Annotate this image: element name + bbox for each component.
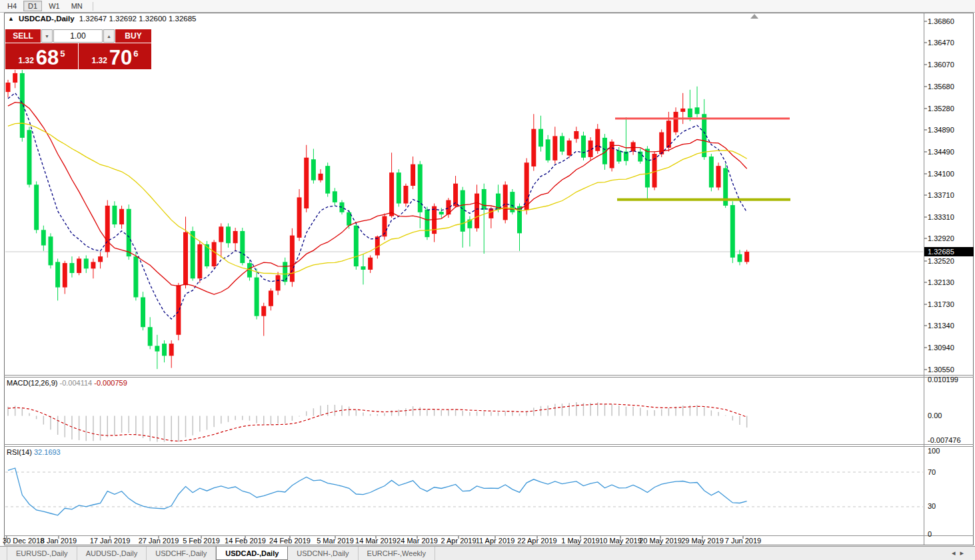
- sell-price-big: 68: [36, 49, 59, 67]
- date-tick-label: 30 Dec 2018: [3, 537, 44, 545]
- current-price-tag: 1.32685: [924, 247, 974, 256]
- date-tick-label: 10 May 2019: [599, 537, 642, 545]
- macd-signal-value: -0.000759: [94, 379, 127, 387]
- date-tick-label: 8 Jan 2019: [41, 537, 77, 545]
- axis-tick-label: 70: [928, 468, 936, 476]
- timeframe-button-h4[interactable]: H4: [3, 1, 21, 11]
- axis-tick-label: 1.36860: [928, 17, 954, 25]
- rsi-name: RSI(14): [7, 448, 32, 456]
- tab-scroll-right-icon[interactable]: ▸: [960, 549, 968, 557]
- axis-tick-label: 1.32920: [928, 234, 954, 242]
- macd-rsi-splitter[interactable]: [4, 444, 974, 445]
- axis-tick-label: -0.007476: [928, 436, 961, 444]
- timeframe-button-mn[interactable]: MN: [67, 1, 87, 11]
- chart-ohlc-readout: 1.32647 1.32692 1.32600 1.32685: [79, 15, 197, 23]
- axis-tick-label: 1.34100: [928, 170, 954, 178]
- date-tick-label: 24 Mar 2019: [397, 537, 438, 545]
- axis-tick-label: 1.34890: [928, 126, 954, 134]
- sell-price-button[interactable]: 1.32 68 5: [5, 43, 78, 69]
- buy-price-big: 70: [109, 49, 132, 67]
- axis-tick-label: 1.32130: [928, 278, 954, 286]
- chart-tab-usdcad[interactable]: USDCAD-,Daily: [216, 547, 288, 560]
- chart-symbol-period: USDCAD-,Daily: [19, 15, 75, 23]
- axis-tick-label: 1.30550: [928, 366, 954, 374]
- date-tick-label: 7 Jun 2019: [725, 537, 761, 545]
- axis-tick-label: 1.33710: [928, 191, 954, 199]
- axis-tick-label: 0.00: [928, 412, 942, 420]
- timeframe-button-d1[interactable]: D1: [23, 1, 42, 11]
- sell-price-pip: 5: [60, 49, 65, 59]
- axis-tick-label: 1.30940: [928, 344, 954, 352]
- sell-price-prefix: 1.32: [18, 56, 33, 65]
- chart-tab-eurchf[interactable]: EURCHF-,Weekly: [359, 547, 435, 560]
- timeframe-button-w1[interactable]: W1: [44, 1, 65, 11]
- chart-canvas[interactable]: [0, 0, 975, 560]
- rsi-value: 32.1693: [34, 448, 61, 456]
- axis-tick-label: 1.34490: [928, 148, 954, 156]
- axis-tick-label: 0.010199: [928, 376, 958, 384]
- axis-tick-label: 1.36470: [928, 39, 954, 47]
- chart-tab-usdchf[interactable]: USDCHF-,Daily: [147, 547, 216, 560]
- date-tick-label: 29 May 2019: [681, 537, 724, 545]
- toolbar-separator: [93, 2, 93, 11]
- tab-scroll-arrows: ◂▸: [952, 549, 968, 557]
- tab-scroll-left-icon[interactable]: ◂: [952, 549, 960, 557]
- buy-price-button[interactable]: 1.32 70 6: [79, 43, 151, 69]
- chart-title: ▲ USDCAD-,Daily 1.32647 1.32692 1.32600 …: [8, 15, 197, 23]
- main-macd-splitter-line: [4, 377, 974, 378]
- volume-increase-button[interactable]: ▲: [103, 29, 115, 43]
- buy-button[interactable]: BUY: [115, 29, 151, 43]
- date-tick-label: 2 Apr 2019: [441, 537, 476, 545]
- date-tick-label: 5 Mar 2019: [317, 537, 354, 545]
- chart-tab-eurusd[interactable]: EURUSD-,Daily: [7, 547, 77, 560]
- axis-tick-label: 30: [928, 502, 936, 510]
- timeframe-toolbar: H4D1W1MN: [0, 0, 975, 13]
- axis-tick-label: 1.36070: [928, 61, 954, 69]
- date-tick-label: 1 May 2019: [561, 537, 599, 545]
- main-macd-splitter[interactable]: [4, 375, 974, 376]
- axis-tick-label: 1.35680: [928, 83, 954, 91]
- axis-tick-label: 1.35280: [928, 105, 954, 113]
- date-tick-label: 5 Feb 2019: [183, 537, 220, 545]
- buy-price-prefix: 1.32: [91, 56, 107, 65]
- chart-tab-usdcnh[interactable]: USDCNH-,Daily: [288, 547, 358, 560]
- sell-button[interactable]: SELL: [5, 29, 41, 43]
- date-tick-label: 14 Mar 2019: [355, 537, 397, 545]
- date-tick-label: 24 Feb 2019: [269, 537, 311, 545]
- volume-decrease-button[interactable]: ▼: [41, 29, 53, 43]
- date-tick-label: 20 May 2019: [639, 537, 682, 545]
- date-tick-label: 14 Feb 2019: [225, 537, 266, 545]
- axis-tick-label: 1.32520: [928, 257, 954, 265]
- macd-main-value: -0.004114: [59, 379, 92, 387]
- volume-stepper: ▼ 1.00 ▲: [41, 29, 115, 43]
- axis-tick-label: 0: [928, 530, 932, 538]
- buy-price-pip: 6: [133, 49, 138, 59]
- rsi-indicator-label: RSI(14) 32.1693: [7, 448, 61, 456]
- date-tick-label: 22 Apr 2019: [517, 537, 556, 545]
- price-axis-divider: [924, 13, 924, 545]
- chart-tab-audusd[interactable]: AUDUSD-,Daily: [77, 547, 147, 560]
- macd-rsi-splitter-line: [4, 446, 974, 447]
- date-tick-label: 17 Jan 2019: [90, 537, 131, 545]
- axis-tick-label: 1.31340: [928, 322, 954, 330]
- macd-indicator-label: MACD(12,26,9) -0.004114 -0.000759: [7, 379, 127, 387]
- date-tick-label: 27 Jan 2019: [139, 537, 179, 545]
- chart-shift-marker-icon[interactable]: [750, 14, 758, 19]
- volume-input[interactable]: 1.00: [53, 29, 103, 43]
- one-click-trade-panel: SELL ▼ 1.00 ▲ BUY 1.32 68 5 1.32 70 6: [5, 29, 151, 70]
- axis-tick-label: 100: [928, 447, 940, 455]
- axis-tick-label: 1.33310: [928, 213, 954, 221]
- axis-tick-label: 1.31730: [928, 300, 954, 308]
- chart-tab-bar: EURUSD-,DailyAUDUSD-,DailyUSDCHF-,DailyU…: [0, 546, 975, 560]
- collapse-triangle-icon[interactable]: ▲: [8, 16, 14, 22]
- trading-terminal: H4D1W1MN ▲ USDCAD-,Daily 1.32647 1.32692…: [0, 0, 975, 560]
- date-axis-line: [4, 535, 974, 536]
- macd-name: MACD(12,26,9): [7, 379, 57, 387]
- date-tick-label: 11 Apr 2019: [476, 537, 515, 545]
